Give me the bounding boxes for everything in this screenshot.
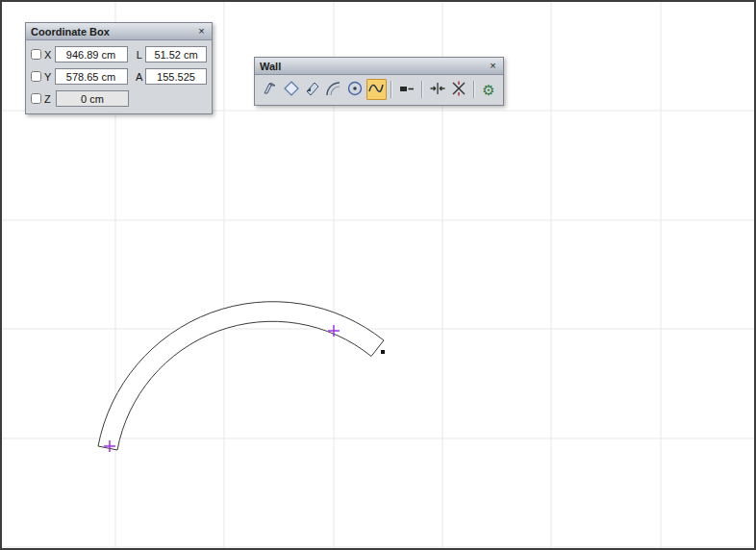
y-lock-checkbox[interactable] — [31, 71, 41, 82]
coordinate-box-body: X L Y A Z — [26, 40, 212, 113]
trim-junction-button[interactable] — [427, 79, 447, 100]
wall-palette-titlebar[interactable]: Wall × — [255, 58, 503, 75]
coordinate-row-y: Y A — [31, 65, 207, 88]
wall-palette-title: Wall — [260, 59, 487, 74]
reference-line-button[interactable] — [396, 79, 416, 100]
z-axis-label: Z — [44, 93, 54, 105]
coordinate-box-close-icon[interactable]: × — [195, 25, 208, 38]
wall-toolbar: ⚙ — [255, 75, 503, 105]
reference-line-icon — [397, 79, 416, 101]
z-coordinate-input[interactable] — [56, 90, 129, 107]
wall-polygon-button[interactable] — [303, 79, 323, 100]
toolbar-separator — [421, 81, 423, 98]
wall-end-handle[interactable] — [381, 350, 385, 354]
angle-input[interactable] — [145, 68, 207, 85]
trim-junction-icon — [428, 79, 447, 101]
coordinate-row-x: X L — [31, 43, 207, 65]
wall-settings-button[interactable]: ⚙ — [479, 79, 497, 100]
wall-palette: Wall × — [254, 57, 504, 106]
y-coordinate-input[interactable] — [55, 68, 128, 85]
gear-icon: ⚙ — [482, 83, 494, 97]
wall-circle-button[interactable] — [345, 79, 365, 100]
app-window: { "colors": { "selected_tool_bg": "#f7d0… — [0, 0, 756, 550]
toolbar-separator — [473, 81, 475, 98]
intersect-icon — [449, 79, 468, 101]
length-label: L — [136, 49, 144, 61]
intersect-button[interactable] — [448, 79, 468, 100]
wall-trapezoid-button[interactable] — [282, 79, 302, 100]
coordinate-box-palette: Coordinate Box × X L Y A Z — [25, 22, 213, 114]
wall-polygon-icon — [303, 79, 322, 101]
coordinate-box-title: Coordinate Box — [31, 24, 195, 39]
wall-straight-icon — [261, 79, 280, 101]
x-lock-checkbox[interactable] — [31, 49, 41, 60]
wall-spline-icon — [366, 79, 386, 101]
wall-straight-button[interactable] — [261, 79, 281, 100]
x-coordinate-input[interactable] — [55, 46, 128, 62]
curved-wall-shape[interactable] — [98, 302, 384, 450]
y-axis-label: Y — [44, 71, 53, 83]
wall-trapezoid-icon — [282, 79, 301, 101]
wall-curved-button[interactable] — [324, 79, 344, 100]
toolbar-separator — [391, 81, 392, 98]
wall-spline-button[interactable] — [366, 79, 387, 100]
angle-label: A — [136, 71, 144, 83]
coordinate-box-titlebar[interactable]: Coordinate Box × — [26, 23, 212, 40]
coordinate-row-z: Z — [31, 88, 207, 110]
wall-palette-close-icon[interactable]: × — [487, 60, 499, 72]
x-axis-label: X — [44, 49, 53, 61]
z-lock-checkbox[interactable] — [31, 93, 41, 104]
wall-circle-icon — [345, 79, 365, 101]
length-input[interactable] — [145, 46, 207, 62]
wall-curved-icon — [324, 79, 343, 101]
